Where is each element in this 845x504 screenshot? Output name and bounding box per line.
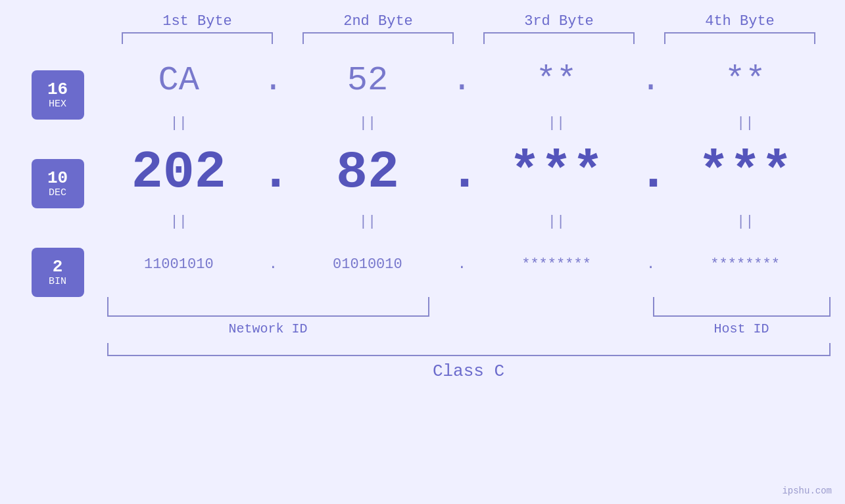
bottom-brackets-area: Network ID Host ID — [107, 297, 831, 336]
hex-b1: CA — [103, 61, 254, 100]
byte-headers: 1st Byte 2nd Byte 3rd Byte 4th Byte — [107, 13, 831, 30]
byte1-header: 1st Byte — [122, 13, 273, 30]
equals-row-2: || || || || — [101, 208, 824, 235]
bin-b4: ******** — [669, 256, 821, 273]
dec-label: DEC — [49, 187, 66, 198]
hex-label: HEX — [49, 99, 66, 110]
eq2-b2: || — [292, 214, 443, 230]
dec-b4: *** — [669, 143, 821, 202]
bracket-network — [107, 297, 429, 317]
eq1-b2: || — [292, 115, 443, 131]
dec-d3: . — [638, 143, 664, 202]
eq2-b1: || — [103, 214, 254, 230]
class-area: Class C — [107, 343, 831, 381]
bracket-top-4 — [664, 32, 815, 44]
bracket-class — [107, 343, 831, 356]
bin-d2: . — [448, 256, 475, 273]
bracket-top-2 — [302, 32, 454, 44]
main-container: 1st Byte 2nd Byte 3rd Byte 4th Byte 16 H… — [0, 0, 845, 504]
bin-label: BIN — [49, 276, 66, 287]
dec-badge: 10 DEC — [32, 159, 84, 208]
hex-b4: ** — [669, 61, 821, 100]
network-id-label: Network ID — [107, 321, 429, 336]
dec-b3: *** — [481, 143, 632, 202]
hex-row: CA . 52 . ** . ** — [101, 51, 824, 110]
dec-d1: . — [260, 143, 286, 202]
byte4-header: 4th Byte — [664, 13, 815, 30]
bin-badge: 2 BIN — [32, 248, 84, 297]
eq2-b3: || — [481, 214, 632, 230]
equals-row-1: || || || || — [101, 110, 824, 136]
class-label: Class C — [107, 361, 831, 381]
hex-d2: . — [448, 61, 475, 100]
values-area: CA . 52 . ** . ** || || || || 202 — [101, 51, 831, 294]
dec-row: 202 . 82 . *** . *** — [101, 136, 824, 208]
bin-d3: . — [638, 256, 664, 273]
byte3-header: 3rd Byte — [483, 13, 635, 30]
bin-b3: ******** — [481, 256, 632, 273]
host-id-label: Host ID — [653, 321, 831, 336]
dec-b1: 202 — [103, 143, 254, 202]
watermark: ipshu.com — [782, 486, 832, 496]
bin-d1: . — [260, 256, 286, 273]
byte2-header: 2nd Byte — [302, 13, 454, 30]
dec-d2: . — [448, 143, 475, 202]
bin-b1: 11001010 — [103, 256, 254, 273]
eq1-b1: || — [103, 115, 254, 131]
hex-b3: ** — [481, 61, 632, 100]
hex-d3: . — [638, 61, 664, 100]
bracket-host — [653, 297, 831, 317]
hex-b2: 52 — [292, 61, 443, 100]
dec-number: 10 — [47, 169, 68, 188]
bracket-top-3 — [483, 32, 635, 44]
base-labels: 16 HEX 10 DEC 2 BIN — [15, 70, 101, 297]
eq1-b4: || — [669, 115, 821, 131]
bracket-top-1 — [122, 32, 273, 44]
bin-b2: 01010010 — [292, 256, 443, 273]
hex-number: 16 — [47, 80, 68, 99]
eq1-b3: || — [481, 115, 632, 131]
eq2-b4: || — [669, 214, 821, 230]
main-grid: 16 HEX 10 DEC 2 BIN CA . 52 . ** . ** — [15, 51, 831, 297]
bin-row: 11001010 . 01010010 . ******** . *******… — [101, 235, 824, 294]
hex-badge: 16 HEX — [32, 70, 84, 120]
hex-d1: . — [260, 61, 286, 100]
dec-b2: 82 — [292, 143, 443, 202]
top-brackets — [107, 32, 831, 44]
bin-number: 2 — [53, 258, 63, 277]
